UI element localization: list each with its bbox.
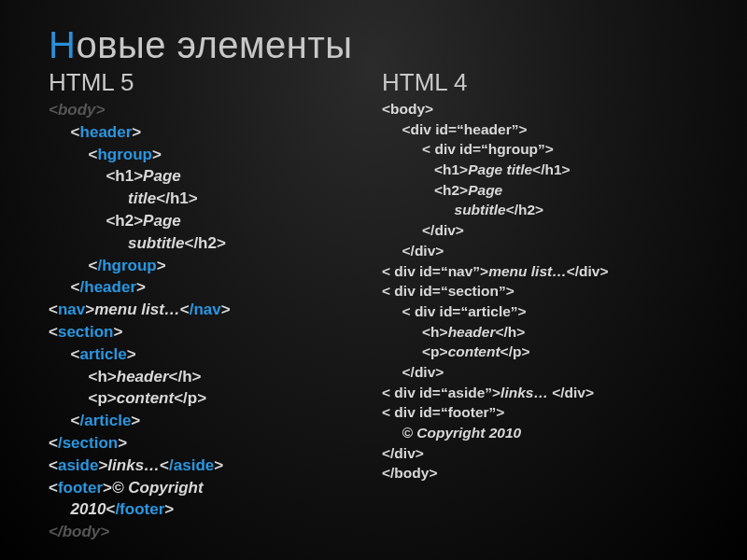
- code-line: <section>: [49, 321, 373, 343]
- code-segment: <h2>: [382, 182, 468, 198]
- code-segment: <p>: [49, 389, 117, 407]
- title-first-letter: Н: [49, 24, 76, 65]
- code-line: 2010</footer>: [49, 498, 373, 521]
- code-segment: links…: [107, 456, 160, 474]
- code-segment: /section: [58, 434, 118, 452]
- column-html4: HTML 4 <body> <div id=“header”> < div id…: [382, 68, 706, 543]
- code-segment: © Copyright: [112, 479, 204, 497]
- code-segment: </h1>: [156, 189, 197, 207]
- code-segment: </div>: [548, 385, 594, 400]
- code-line: </div>: [382, 241, 706, 261]
- code-line: </hgroup>: [49, 255, 373, 277]
- code-line: <div id=“header”>: [382, 119, 706, 140]
- code-line: <footer>© Copyright: [49, 477, 373, 499]
- code-segment: < div id=“footer”>: [382, 404, 504, 420]
- code-segment: <: [49, 479, 58, 497]
- code-line: </article>: [49, 410, 373, 432]
- code-segment: >: [113, 323, 122, 341]
- code-segment: content: [448, 343, 500, 359]
- code-line: < div id=“aside”>links… </div>: [382, 383, 706, 403]
- code-segment: </div>: [382, 364, 444, 380]
- code-segment: </div>: [382, 243, 444, 259]
- code-segment: body: [58, 101, 96, 119]
- code-line: <h>header</h>: [49, 366, 373, 388]
- code-segment: /hgroup: [97, 257, 156, 274]
- code-segment: <h>: [49, 368, 117, 385]
- code-segment: >: [152, 146, 162, 163]
- code-segment: >: [214, 456, 223, 474]
- code-line: < div id=“section”>: [382, 281, 706, 301]
- code-segment: <: [49, 101, 58, 119]
- code-segment: menu list…: [488, 263, 567, 279]
- code-segment: /nav: [190, 301, 221, 318]
- code-line: </body>: [382, 463, 706, 483]
- code-segment: >: [131, 412, 140, 429]
- code-line: <h2>Page: [49, 210, 373, 232]
- code-line: © Copyright 2010: [382, 423, 706, 443]
- code-segment: hgroup: [97, 146, 152, 163]
- slide: Новые элементы HTML 5 <body> <header> <h…: [0, 0, 747, 553]
- code-line: </header>: [49, 276, 373, 299]
- code-segment: <: [106, 500, 115, 518]
- code-segment: >: [103, 479, 112, 497]
- code-line: <nav>menu list…</nav>: [49, 299, 373, 321]
- code-segment: subtitle: [49, 234, 184, 252]
- code-segment: nav: [58, 301, 85, 318]
- code-line: title</h1>: [49, 188, 373, 210]
- code-segment: 2010: [49, 500, 106, 518]
- code-segment: footer: [58, 479, 103, 497]
- code-segment: >: [157, 257, 166, 274]
- code-segment: Page: [143, 167, 181, 185]
- code-line: <h1>Page title</h1>: [382, 160, 706, 180]
- code-segment: >: [96, 101, 106, 119]
- code-line: </div>: [382, 443, 706, 464]
- code-segment: links…: [500, 385, 548, 400]
- code-line: subtitle</h2>: [382, 200, 706, 220]
- code-segment: <body>: [382, 101, 433, 117]
- code-segment: header: [80, 123, 133, 141]
- code-segment: >: [132, 123, 141, 141]
- code-segment: < div id=“section”>: [382, 283, 514, 299]
- code-segment: </h>: [169, 368, 202, 385]
- code-line: <p>content</p>: [49, 387, 373, 410]
- code-line: <hgroup>: [49, 144, 373, 166]
- title-rest: овые элементы: [76, 24, 352, 65]
- code-html5: <body> <header> <hgroup> <h1>Page title<…: [49, 99, 373, 543]
- code-line: </section>: [49, 432, 373, 455]
- code-segment: /aside: [169, 456, 214, 474]
- code-segment: menu list…: [94, 301, 180, 318]
- code-segment: <: [49, 412, 80, 429]
- code-segment: </h1>: [532, 161, 571, 177]
- code-segment: Page: [468, 182, 502, 198]
- code-segment: >: [85, 301, 94, 318]
- code-segment: content: [117, 389, 174, 407]
- code-segment: <: [49, 323, 58, 341]
- code-line: </body>: [49, 521, 373, 543]
- code-segment: < div id=“hgroup”>: [382, 141, 554, 157]
- code-segment: article: [80, 345, 127, 363]
- code-line: <h>header</h>: [382, 322, 706, 343]
- code-segment: >: [118, 434, 127, 452]
- code-segment: <: [49, 456, 58, 474]
- code-line: <h1>Page: [49, 165, 373, 188]
- code-segment: >: [221, 301, 231, 318]
- code-segment: <: [180, 301, 190, 318]
- code-segment: <: [49, 345, 80, 363]
- code-segment: Page title: [468, 161, 532, 177]
- code-segment: <: [49, 434, 58, 452]
- code-line: <header>: [49, 121, 373, 144]
- code-segment: <div id=“header”>: [382, 121, 528, 137]
- code-segment: <: [49, 123, 80, 141]
- code-segment: >: [164, 500, 174, 518]
- code-segment: <h>: [382, 324, 448, 340]
- code-segment: >: [98, 456, 107, 474]
- code-segment: section: [58, 323, 114, 341]
- code-segment: Page: [143, 212, 181, 230]
- code-segment: <: [49, 257, 97, 274]
- code-segment: /article: [80, 412, 132, 429]
- code-segment: <: [49, 278, 80, 296]
- code-line: <body>: [49, 99, 373, 121]
- code-segment: </div>: [382, 222, 464, 238]
- code-segment: subtitle: [382, 202, 506, 217]
- code-segment: <p>: [382, 343, 448, 359]
